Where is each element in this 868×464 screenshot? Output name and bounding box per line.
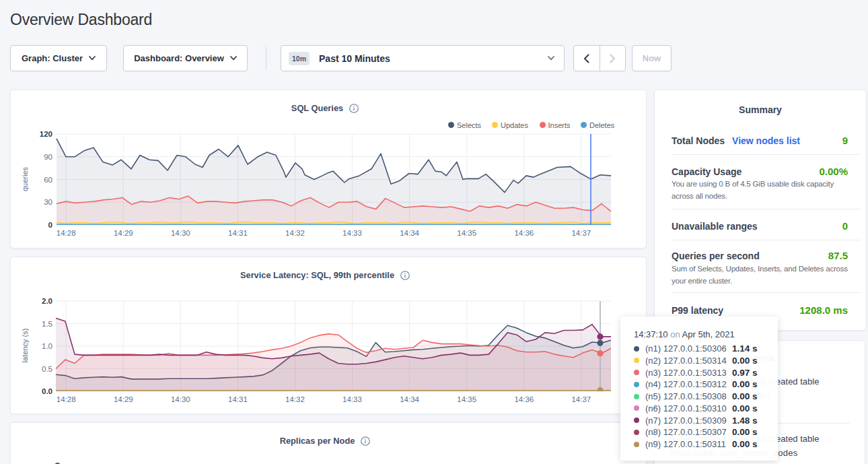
svg-text:120: 120 (40, 130, 52, 138)
svg-text:0.5: 0.5 (42, 365, 52, 373)
svg-text:14:28: 14:28 (57, 395, 76, 403)
svg-text:0.0: 0.0 (42, 387, 52, 395)
svg-text:14:32: 14:32 (285, 229, 305, 237)
svg-text:14:28: 14:28 (57, 229, 76, 237)
svg-text:14:30: 14:30 (171, 395, 190, 403)
svg-text:14:37: 14:37 (571, 395, 591, 403)
svg-text:14:30: 14:30 (171, 229, 190, 237)
svg-text:2.0: 2.0 (42, 297, 52, 305)
svg-text:90: 90 (44, 153, 52, 161)
svg-text:1.5: 1.5 (42, 320, 52, 328)
svg-text:14:31: 14:31 (228, 229, 248, 237)
svg-text:14:29: 14:29 (114, 229, 133, 237)
svg-text:14:33: 14:33 (342, 395, 362, 403)
svg-text:14:33: 14:33 (342, 229, 362, 237)
svg-text:60: 60 (44, 176, 52, 184)
svg-text:14:29: 14:29 (114, 395, 133, 403)
svg-text:14:36: 14:36 (514, 229, 534, 237)
svg-text:0: 0 (48, 221, 52, 229)
svg-text:30: 30 (44, 198, 52, 206)
svg-text:14:35: 14:35 (457, 395, 476, 403)
svg-text:latency (s): latency (s) (21, 329, 29, 363)
svg-text:14:37: 14:37 (571, 229, 591, 237)
svg-text:14:31: 14:31 (228, 395, 248, 403)
svg-text:queries: queries (21, 166, 29, 191)
svg-text:14:34: 14:34 (400, 395, 419, 403)
svg-text:14:35: 14:35 (457, 229, 476, 237)
svg-text:14:32: 14:32 (285, 395, 305, 403)
svg-text:1.0: 1.0 (42, 342, 52, 350)
svg-text:14:34: 14:34 (400, 229, 419, 237)
svg-text:14:36: 14:36 (514, 395, 534, 403)
